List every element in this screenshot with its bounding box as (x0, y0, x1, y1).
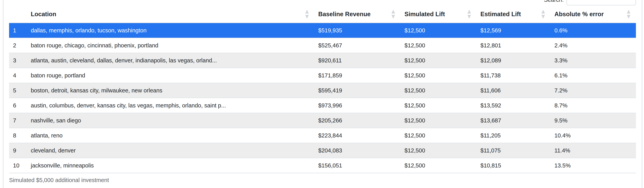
cell-estimated-lift: $13,592 (476, 98, 550, 113)
table-row[interactable]: 5 boston, detroit, kansas city, milwauke… (9, 83, 636, 98)
cell-simulated-lift: $12,500 (400, 23, 476, 38)
cell-location: austin, columbus, denver, kansas city, l… (27, 98, 314, 113)
cell-abs-pct-error: 6.1% (550, 68, 636, 83)
cell-baseline-revenue: $525,467 (314, 38, 400, 53)
cell-rank: 2 (9, 38, 27, 53)
cell-abs-pct-error: 2.4% (550, 38, 636, 53)
table-row[interactable]: 4 baton rouge, portland $171,859 $12,500… (9, 68, 636, 83)
table-body: 1 dallas, memphis, orlando, tucson, wash… (9, 23, 636, 173)
table-search-bar: Search: (9, 0, 636, 6)
cell-baseline-revenue: $973,996 (314, 98, 400, 113)
table-row[interactable]: 8 atlanta, reno $223,844 $12,500 $11,205… (9, 128, 636, 143)
cell-baseline-revenue: $204,083 (314, 143, 400, 158)
cell-baseline-revenue: $156,051 (314, 158, 400, 173)
cell-rank: 7 (9, 113, 27, 128)
column-header-estimated-lift-label: Estimated Lift (480, 11, 521, 18)
cell-estimated-lift: $11,606 (476, 83, 550, 98)
cell-abs-pct-error: 10.4% (550, 128, 636, 143)
column-header-simulated-lift-label: Simulated Lift (404, 11, 445, 18)
cell-baseline-revenue: $920,611 (314, 53, 400, 68)
locations-results-table: Location Baseline Revenue Simulated Lift… (9, 6, 636, 173)
cell-location: atlanta, reno (27, 128, 314, 143)
cell-baseline-revenue: $519,935 (314, 23, 400, 38)
table-row[interactable]: 7 nashville, san diego $205,266 $12,500 … (9, 113, 636, 128)
cell-abs-pct-error: 13.5% (550, 158, 636, 173)
column-header-estimated-lift[interactable]: Estimated Lift (476, 6, 550, 23)
column-header-location[interactable]: Location (27, 6, 314, 23)
column-header-abs-pct-error[interactable]: Absolute % error (550, 6, 636, 23)
cell-location: boston, detroit, kansas city, milwaukee,… (27, 83, 314, 98)
cell-estimated-lift: $10,815 (476, 158, 550, 173)
cell-baseline-revenue: $205,266 (314, 113, 400, 128)
column-header-rank[interactable] (9, 6, 27, 23)
table-header: Location Baseline Revenue Simulated Lift… (9, 6, 636, 23)
cell-simulated-lift: $12,500 (400, 98, 476, 113)
cell-estimated-lift: $11,738 (476, 68, 550, 83)
cell-location: baton rouge, chicago, cincinnati, phoeni… (27, 38, 314, 53)
column-header-simulated-lift[interactable]: Simulated Lift (400, 6, 476, 23)
cell-simulated-lift: $12,500 (400, 143, 476, 158)
search-label: Search: (544, 0, 564, 3)
column-header-location-label: Location (31, 11, 56, 18)
cell-rank: 6 (9, 98, 27, 113)
cell-rank: 4 (9, 68, 27, 83)
panel-right-border (642, 0, 642, 188)
cell-rank: 9 (9, 143, 27, 158)
cell-abs-pct-error: 11.4% (550, 143, 636, 158)
column-header-baseline-revenue-label: Baseline Revenue (318, 11, 370, 18)
column-header-abs-pct-error-label: Absolute % error (554, 11, 604, 18)
table-row[interactable]: 1 dallas, memphis, orlando, tucson, wash… (9, 23, 636, 38)
cell-location: nashville, san diego (27, 113, 314, 128)
table-row[interactable]: 3 atlanta, austin, cleveland, dallas, de… (9, 53, 636, 68)
cell-estimated-lift: $11,075 (476, 143, 550, 158)
cell-simulated-lift: $12,500 (400, 158, 476, 173)
table-row[interactable]: 9 cleveland, denver $204,083 $12,500 $11… (9, 143, 636, 158)
sort-icon (542, 10, 545, 19)
cell-abs-pct-error: 7.2% (550, 83, 636, 98)
column-header-baseline-revenue[interactable]: Baseline Revenue (314, 6, 400, 23)
results-table-panel: Search: Location Baseline Revenue Simula… (0, 0, 644, 188)
cell-abs-pct-error: 0.6% (550, 23, 636, 38)
cell-location: dallas, memphis, orlando, tucson, washin… (27, 23, 314, 38)
cell-simulated-lift: $12,500 (400, 128, 476, 143)
cell-rank: 1 (9, 23, 27, 38)
sort-icon (392, 10, 395, 19)
table-row[interactable]: 2 baton rouge, chicago, cincinnati, phoe… (9, 38, 636, 53)
cell-baseline-revenue: $595,419 (314, 83, 400, 98)
cell-estimated-lift: $12,089 (476, 53, 550, 68)
sort-icon (305, 10, 309, 19)
cell-estimated-lift: $12,801 (476, 38, 550, 53)
cell-simulated-lift: $12,500 (400, 113, 476, 128)
cell-simulated-lift: $12,500 (400, 38, 476, 53)
table-row[interactable]: 6 austin, columbus, denver, kansas city,… (9, 98, 636, 113)
cell-rank: 8 (9, 128, 27, 143)
cell-rank: 10 (9, 158, 27, 173)
sort-icon (468, 10, 471, 19)
cell-rank: 5 (9, 83, 27, 98)
table-row[interactable]: 10 jacksonville, minneapolis $156,051 $1… (9, 158, 636, 173)
cell-estimated-lift: $12,569 (476, 23, 550, 38)
cell-simulated-lift: $12,500 (400, 68, 476, 83)
cell-estimated-lift: $11,205 (476, 128, 550, 143)
cell-location: cleveland, denver (27, 143, 314, 158)
cell-location: baton rouge, portland (27, 68, 314, 83)
cell-simulated-lift: $12,500 (400, 83, 476, 98)
cell-baseline-revenue: $171,859 (314, 68, 400, 83)
cell-abs-pct-error: 9.5% (550, 113, 636, 128)
cell-abs-pct-error: 3.3% (550, 53, 636, 68)
search-input[interactable] (566, 0, 636, 5)
cell-rank: 3 (9, 53, 27, 68)
cell-baseline-revenue: $223,844 (314, 128, 400, 143)
table-caption: Simulated $5,000 additional investment (9, 177, 109, 183)
cell-location: jacksonville, minneapolis (27, 158, 314, 173)
cell-simulated-lift: $12,500 (400, 53, 476, 68)
panel-left-border (3, 0, 3, 188)
cell-estimated-lift: $13,687 (476, 113, 550, 128)
cell-location: atlanta, austin, cleveland, dallas, denv… (27, 53, 314, 68)
cell-abs-pct-error: 8.7% (550, 98, 636, 113)
sort-icon (627, 10, 630, 19)
